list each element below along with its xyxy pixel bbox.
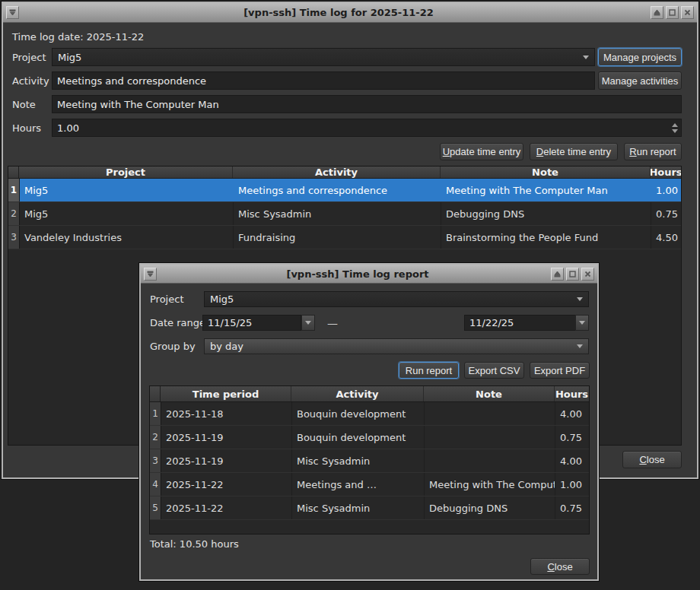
cell-time-period: 2025-11-19 — [161, 449, 292, 472]
date-from-input[interactable]: 11/15/25 — [202, 315, 301, 331]
chevron-down-icon — [583, 56, 589, 59]
shade-button[interactable] — [651, 6, 663, 19]
cell-activity: Meetings and correspondence — [234, 179, 441, 201]
manage-projects-button[interactable]: Manage projects — [598, 48, 682, 66]
cell-project: Mig5 — [20, 179, 234, 201]
cell-project: Vandeley Industries — [20, 226, 234, 249]
cell-hours: 0.75 — [651, 202, 681, 225]
report-table-header: Time period Activity Note Hours — [150, 386, 589, 402]
hours-label: Hours — [12, 119, 41, 137]
export-csv-button[interactable]: Export CSV — [464, 362, 524, 379]
note-label: Note — [12, 95, 36, 113]
hours-spinbox[interactable]: 1.00 — [52, 119, 682, 137]
dialog-run-report-button[interactable]: Run report — [399, 362, 459, 379]
window-menu-icon — [8, 8, 17, 17]
close-icon — [683, 8, 692, 17]
cell-hours: 4.50 — [651, 226, 681, 249]
dialog-close-button[interactable]: Close — [530, 558, 590, 575]
table-row[interactable]: 2 Mig5 Misc Sysadmin Debugging DNS 0.75 — [8, 202, 681, 226]
chevron-down-icon — [305, 321, 311, 325]
chevron-down-icon — [579, 321, 585, 325]
table-row[interactable]: 5 2025-11-22 Misc Sysadmin Debugging DNS… — [150, 496, 589, 520]
date-range-separator: — — [327, 315, 338, 331]
main-close-button[interactable]: Close — [622, 451, 682, 468]
report-project-value: Mig5 — [210, 293, 234, 305]
cell-time-period: 2025-11-18 — [161, 402, 292, 425]
delete-time-entry-label: Delete time entry — [536, 146, 611, 157]
date-to-dropdown-button[interactable] — [575, 315, 589, 331]
total-hours-label: Total: 10.50 hours — [150, 538, 239, 550]
report-project-combobox[interactable]: Mig5 — [204, 291, 589, 307]
update-time-entry-label: Update time entry — [443, 146, 521, 157]
dialog-shade-button[interactable] — [551, 268, 564, 281]
project-combobox[interactable]: Mig5 — [52, 48, 595, 66]
chevron-down-icon — [577, 297, 583, 301]
group-by-label: Group by — [150, 338, 196, 354]
delete-time-entry-button[interactable]: Delete time entry — [530, 143, 618, 160]
group-by-combobox[interactable]: by day — [204, 338, 589, 354]
update-time-entry-button[interactable]: Update time entry — [440, 143, 523, 160]
cell-note — [425, 449, 555, 472]
table-row[interactable]: 1 Mig5 Meetings and correspondence Meeti… — [8, 179, 681, 202]
cell-note: Debugging DNS — [441, 202, 651, 225]
cell-activity: Misc Sysadmin — [292, 496, 425, 519]
time-entries-table-header: Project Activity Note Hours — [8, 167, 681, 179]
cell-project: Mig5 — [20, 202, 234, 225]
cell-activity: Misc Sysadmin — [292, 449, 425, 472]
column-header-time-period[interactable]: Time period — [161, 386, 291, 401]
column-header-activity[interactable]: Activity — [291, 386, 424, 401]
dialog-titlebar[interactable]: [vpn-ssh] Time log report — [141, 265, 597, 284]
row-number: 3 — [150, 449, 161, 472]
activity-label: Activity — [12, 71, 49, 90]
report-project-label: Project — [150, 291, 183, 307]
cell-activity: Bouquin development — [292, 426, 425, 449]
dialog-action-buttons: Run report Export CSV Export PDF — [141, 362, 590, 379]
table-row[interactable]: 3 2025-11-19 Misc Sysadmin 4.00 — [150, 449, 589, 473]
main-titlebar[interactable]: [vpn-ssh] Time log for 2025-11-22 — [3, 3, 697, 23]
note-input[interactable]: Meeting with The Computer Man — [52, 95, 682, 113]
main-action-buttons: Update time entry Delete time entry Run … — [3, 143, 682, 160]
manage-activities-label: Manage activities — [602, 75, 678, 87]
column-header-note[interactable]: Note — [441, 167, 651, 178]
export-pdf-button[interactable]: Export PDF — [530, 362, 590, 379]
spin-down-icon[interactable] — [672, 129, 678, 133]
shade-icon — [653, 8, 661, 17]
table-row[interactable]: 3 Vandeley Industries Fundraising Brains… — [8, 226, 681, 249]
window-menu-icon — [146, 270, 154, 278]
dialog-window-menu-button[interactable] — [144, 268, 157, 281]
run-report-button[interactable]: Run report — [624, 143, 682, 160]
export-pdf-label: Export PDF — [534, 365, 585, 376]
close-window-button[interactable] — [681, 6, 694, 19]
window-menu-button[interactable] — [6, 6, 19, 19]
dialog-maximize-button[interactable] — [566, 268, 579, 281]
column-header-project[interactable]: Project — [19, 167, 233, 178]
close-icon — [584, 270, 592, 278]
column-header-hours[interactable]: Hours — [555, 386, 589, 401]
row-number: 1 — [8, 179, 20, 201]
spin-up-icon[interactable] — [672, 123, 678, 127]
shade-icon — [553, 270, 562, 278]
date-from-dropdown-button[interactable] — [301, 315, 315, 331]
main-close-label: Close — [639, 454, 664, 465]
cell-hours: 1.00 — [555, 473, 589, 496]
column-header-activity[interactable]: Activity — [233, 167, 441, 178]
project-combobox-value: Mig5 — [58, 52, 81, 63]
row-number: 3 — [8, 226, 20, 249]
date-to-input[interactable]: 11/22/25 — [464, 315, 576, 331]
dialog-run-report-label: Run report — [406, 365, 452, 376]
cell-time-period: 2025-11-22 — [161, 496, 292, 519]
activity-input[interactable]: Meetings and correspondence — [52, 71, 595, 90]
column-header-note[interactable]: Note — [424, 386, 555, 401]
table-row[interactable]: 1 2025-11-18 Bouquin development 4.00 — [150, 402, 589, 426]
dialog-close-window-button[interactable] — [581, 268, 594, 281]
table-corner-cell — [8, 167, 19, 178]
run-report-label: Run report — [629, 146, 676, 157]
maximize-button[interactable] — [666, 6, 679, 19]
cell-time-period: 2025-11-22 — [161, 473, 292, 496]
column-header-hours[interactable]: Hours — [651, 167, 681, 178]
main-window-title: [vpn-ssh] Time log for 2025-11-22 — [33, 7, 644, 18]
table-row[interactable]: 4 2025-11-22 Meetings and … Meeting with… — [150, 473, 589, 496]
dialog-close-label: Close — [547, 561, 572, 573]
manage-activities-button[interactable]: Manage activities — [598, 71, 682, 90]
table-row[interactable]: 2 2025-11-19 Bouquin development 0.75 — [150, 426, 589, 449]
